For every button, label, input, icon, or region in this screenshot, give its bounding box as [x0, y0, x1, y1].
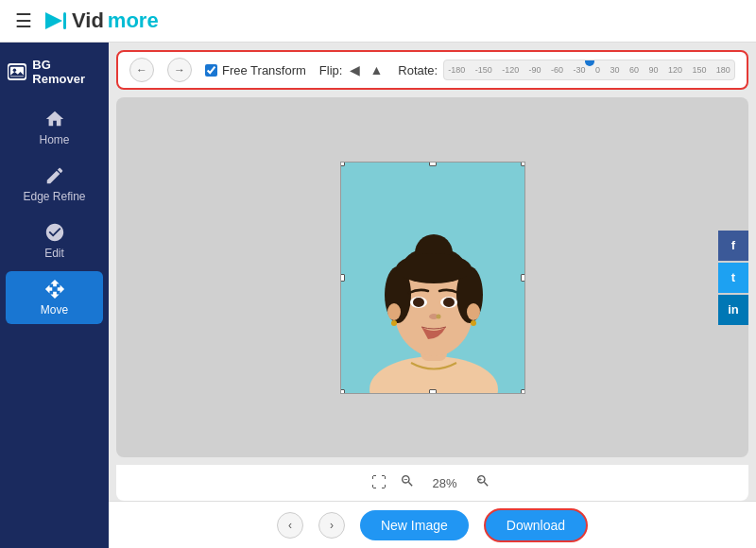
free-transform-label: Free Transform: [222, 63, 306, 77]
logo-vid: Vid: [72, 9, 104, 33]
new-image-button[interactable]: New Image: [360, 510, 469, 540]
person-portrait: [341, 163, 525, 394]
social-sidebar: f t in: [718, 231, 748, 325]
toolbar: ← → Free Transform Flip: ◀ ▲ Rotate: -18…: [116, 50, 748, 90]
main-layout: BG Remover Home Edge Refine Edit: [0, 43, 756, 548]
sidebar-home-label: Home: [39, 133, 69, 146]
handle-bottom-right[interactable]: [521, 389, 525, 394]
free-transform-input[interactable]: [205, 64, 217, 77]
canvas-area: f t in: [116, 97, 748, 457]
svg-point-23: [436, 314, 440, 318]
svg-point-3: [13, 69, 17, 73]
zoom-bar: ⛶ 28%: [116, 465, 748, 501]
svg-rect-1: [63, 12, 66, 29]
flip-label: Flip:: [319, 63, 343, 77]
handle-top-left[interactable]: [340, 162, 345, 166]
rotate-controls: Rotate: -180 -150 -120 -90 -60 -30 0 30 …: [398, 60, 735, 80]
svg-point-21: [443, 298, 455, 307]
redo-button[interactable]: →: [167, 58, 192, 82]
sidebar-brand: BG Remover: [0, 52, 109, 92]
sidebar-item-edge-refine[interactable]: Edge Refine: [6, 158, 104, 211]
handle-top-right[interactable]: [521, 162, 525, 166]
sidebar-edit-label: Edit: [44, 247, 64, 260]
svg-point-19: [413, 298, 424, 307]
facebook-icon: f: [731, 238, 735, 252]
edge-refine-icon: [44, 165, 65, 186]
handle-mid-right[interactable]: [521, 274, 525, 282]
move-icon: [44, 279, 65, 300]
linkedin-share-button[interactable]: in: [718, 295, 748, 325]
facebook-share-button[interactable]: f: [718, 231, 748, 261]
svg-marker-0: [45, 12, 62, 29]
next-button[interactable]: ›: [318, 512, 345, 539]
fit-icon: ⛶: [371, 474, 387, 491]
download-button[interactable]: Download: [484, 508, 588, 542]
sidebar-item-edit[interactable]: Edit: [6, 214, 104, 267]
edit-icon: [44, 222, 65, 243]
sidebar-edge-label: Edge Refine: [23, 190, 85, 203]
twitter-share-button[interactable]: t: [718, 263, 748, 293]
sidebar-move-label: Move: [41, 303, 68, 317]
prev-button[interactable]: ‹: [277, 512, 303, 539]
handle-mid-left[interactable]: [340, 274, 345, 282]
logo-more: more: [108, 9, 159, 33]
hamburger-menu[interactable]: ☰: [15, 9, 32, 32]
svg-point-17: [471, 320, 476, 326]
rotate-label: Rotate:: [398, 63, 438, 77]
image-container: [340, 162, 525, 394]
content-area: ← → Free Transform Flip: ◀ ▲ Rotate: -18…: [109, 43, 756, 548]
bg-remover-icon: [8, 63, 26, 80]
flip-vertical-button[interactable]: ▲: [368, 60, 385, 79]
zoom-in-button[interactable]: [472, 471, 494, 494]
sidebar-item-home[interactable]: Home: [6, 101, 104, 154]
svg-point-14: [387, 303, 401, 320]
zoom-level: 28%: [428, 476, 462, 490]
sidebar-item-move[interactable]: Move: [6, 271, 104, 324]
rotate-numbers: -180 -150 -120 -90 -60 -30 0 30 60 90 12…: [448, 65, 730, 75]
svg-point-15: [467, 303, 480, 320]
app-logo: Vidmore: [42, 9, 159, 33]
home-icon: [44, 109, 65, 129]
flip-controls: Flip: ◀ ▲: [319, 60, 385, 79]
action-bar: ‹ › New Image Download: [109, 501, 756, 548]
rotate-scale[interactable]: -180 -150 -120 -90 -60 -30 0 30 60 90 12…: [443, 60, 735, 80]
logo-icon: [42, 10, 68, 31]
free-transform-checkbox[interactable]: Free Transform: [205, 63, 306, 77]
handle-top-mid[interactable]: [429, 162, 437, 166]
sidebar-brand-label: BG Remover: [32, 58, 101, 86]
twitter-icon: t: [731, 270, 735, 284]
logo-area: ☰ Vidmore: [15, 9, 159, 33]
sidebar: BG Remover Home Edge Refine Edit: [0, 43, 109, 548]
image-preview: [340, 162, 525, 394]
svg-marker-4: [9, 72, 25, 76]
zoom-out-button[interactable]: [396, 471, 419, 494]
topbar: ☰ Vidmore: [0, 0, 756, 43]
handle-bottom-mid[interactable]: [429, 389, 437, 394]
svg-point-13: [396, 253, 472, 283]
handle-bottom-left[interactable]: [340, 389, 345, 394]
undo-button[interactable]: ←: [129, 58, 154, 82]
svg-point-16: [391, 320, 397, 326]
linkedin-icon: in: [728, 302, 739, 317]
flip-horizontal-button[interactable]: ◀: [348, 60, 362, 79]
